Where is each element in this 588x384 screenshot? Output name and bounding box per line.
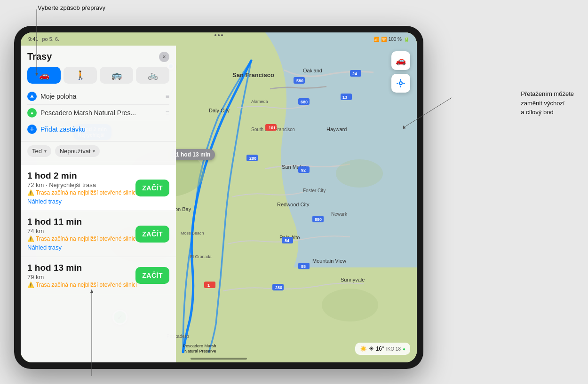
location-to-row: ● Pescadero Marsh Natural Pres... ≡ xyxy=(27,105,169,121)
tab-bike[interactable]: 🚲 xyxy=(136,67,169,84)
ipad-screen: 9:41 po 5. 6. 📶 🛜 100 % 🔋 xyxy=(21,32,417,362)
svg-point-51 xyxy=(336,159,383,188)
warning-icon-2: ⚠️ xyxy=(27,235,34,242)
routes-list: 1 hod 2 min 72 km · Nejrychlejší trasa ⚠… xyxy=(21,161,176,362)
avoid-chevron: ▾ xyxy=(93,149,95,154)
svg-text:Natural Preserve: Natural Preserve xyxy=(184,349,216,353)
top-dots xyxy=(215,34,223,36)
status-time: 9:41 po 5. 6. xyxy=(28,36,59,42)
svg-text:Oakland: Oakland xyxy=(303,68,322,73)
options-row: Teď ▾ Nepoužívat ▾ xyxy=(21,141,176,161)
location-inputs: Moje poloha ≡ ● Pescadero Marsh Natural … xyxy=(27,88,169,137)
svg-text:Sunnyvale: Sunnyvale xyxy=(341,277,365,282)
svg-text:580: 580 xyxy=(296,78,303,83)
status-icons: 📶 🛜 100 % 🔋 xyxy=(373,37,409,42)
svg-text:85: 85 xyxy=(301,264,306,269)
weather-temp: ☀ 16° xyxy=(369,345,384,352)
start-button-2[interactable]: ZAČÍT xyxy=(135,226,169,243)
svg-text:San Francisco: San Francisco xyxy=(232,71,274,78)
ipad-device: 9:41 po 5. 6. 📶 🛜 100 % 🔋 xyxy=(14,26,423,369)
start-button-3[interactable]: ZAČÍT xyxy=(135,267,169,284)
svg-text:101: 101 xyxy=(269,125,276,130)
svg-text:680: 680 xyxy=(301,100,308,104)
to-handle: ≡ xyxy=(166,109,169,117)
route-1-preview[interactable]: Náhled trasy xyxy=(27,198,169,205)
svg-text:Mountain View: Mountain View xyxy=(312,258,346,264)
route-card-3[interactable]: 1 hod 13 min 79 km ⚠️ Trasa začíná na ne… xyxy=(21,257,176,294)
svg-text:Daly City: Daly City xyxy=(209,108,230,113)
weather-icon: ☀️ xyxy=(360,345,367,352)
svg-point-50 xyxy=(322,289,378,321)
weather-widget: ☀️ ☀ 16° IKO 18 ● xyxy=(355,343,410,355)
annotation-right: Přetažením můžetezaměnit výchozía cílový… xyxy=(521,89,574,117)
svg-text:84: 84 xyxy=(285,238,289,243)
to-icon: ● xyxy=(27,108,37,118)
svg-text:280: 280 xyxy=(249,156,256,161)
tab-bus[interactable]: 🚌 xyxy=(100,67,133,84)
route-card-2[interactable]: 1 hod 11 min 74 km ⚠️ Trasa začíná na ne… xyxy=(21,211,176,257)
svg-text:92: 92 xyxy=(301,168,306,172)
time-option[interactable]: Teď ▾ xyxy=(27,145,51,157)
location-from-row: Moje poloha ≡ xyxy=(27,88,169,105)
svg-text:13: 13 xyxy=(342,95,347,100)
start-button-1[interactable]: ZAČÍT xyxy=(135,180,169,196)
weather-indicator: ● xyxy=(403,346,405,352)
svg-text:Foster City: Foster City xyxy=(303,188,326,193)
svg-text:El Granada: El Granada xyxy=(190,254,212,259)
tab-walk[interactable]: 🚶 xyxy=(64,67,97,84)
warning-icon-1: ⚠️ xyxy=(27,189,34,196)
location-icon xyxy=(396,78,405,88)
svg-text:24: 24 xyxy=(352,71,357,76)
close-button[interactable]: × xyxy=(159,52,169,62)
home-indicator xyxy=(191,358,247,360)
sidebar-title-row: Trasy × xyxy=(27,51,169,62)
svg-text:Newark: Newark xyxy=(331,212,348,217)
time-chevron: ▾ xyxy=(44,149,47,154)
avoid-option[interactable]: Nepoužívat ▾ xyxy=(55,145,100,157)
route-2-preview[interactable]: Náhled trasy xyxy=(27,244,169,251)
route-card-1[interactable]: 1 hod 2 min 72 km · Nejrychlejší trasa ⚠… xyxy=(21,165,176,211)
svg-text:Moss Beach: Moss Beach xyxy=(181,231,204,235)
svg-text:880: 880 xyxy=(315,217,322,222)
from-location-text[interactable]: Moje poloha xyxy=(40,93,162,100)
svg-text:280: 280 xyxy=(275,285,282,290)
add-stop-icon: + xyxy=(27,125,37,134)
from-icon xyxy=(27,92,37,101)
svg-text:Alameda: Alameda xyxy=(251,99,268,104)
svg-text:Pescadero Marsh: Pescadero Marsh xyxy=(183,344,216,348)
add-stop-text[interactable]: Přidat zastávku xyxy=(40,125,86,133)
warning-icon-3: ⚠️ xyxy=(27,282,34,288)
sidebar-title: Trasy xyxy=(27,51,52,62)
add-stop-row: + Přidat zastávku xyxy=(27,121,169,137)
weather-sub: IKO 18 xyxy=(386,346,401,352)
transport-tabs: 🚗 🚶 🚌 🚲 xyxy=(27,67,169,84)
map-location-button[interactable] xyxy=(391,74,410,93)
svg-point-54 xyxy=(399,82,402,85)
tab-car[interactable]: 🚗 xyxy=(27,67,61,84)
sidebar-panel: Trasy × 🚗 🚶 🚌 🚲 xyxy=(21,46,176,362)
from-handle: ≡ xyxy=(166,93,169,100)
map-transport-button[interactable]: 🚗 xyxy=(391,51,410,70)
svg-marker-55 xyxy=(30,94,34,98)
annotation-top-left: Vyberte způsob přepravy xyxy=(38,4,105,12)
svg-text:Hayward: Hayward xyxy=(326,126,347,132)
to-location-text[interactable]: Pescadero Marsh Natural Pres... xyxy=(40,109,162,117)
route-label-3: 1 hod 13 min xyxy=(171,149,215,160)
svg-text:Redwood City: Redwood City xyxy=(277,202,310,207)
svg-text:1: 1 xyxy=(207,283,210,288)
navigation-icon xyxy=(30,94,34,99)
sidebar-header: Trasy × 🚗 🚶 🚌 🚲 xyxy=(21,46,176,141)
